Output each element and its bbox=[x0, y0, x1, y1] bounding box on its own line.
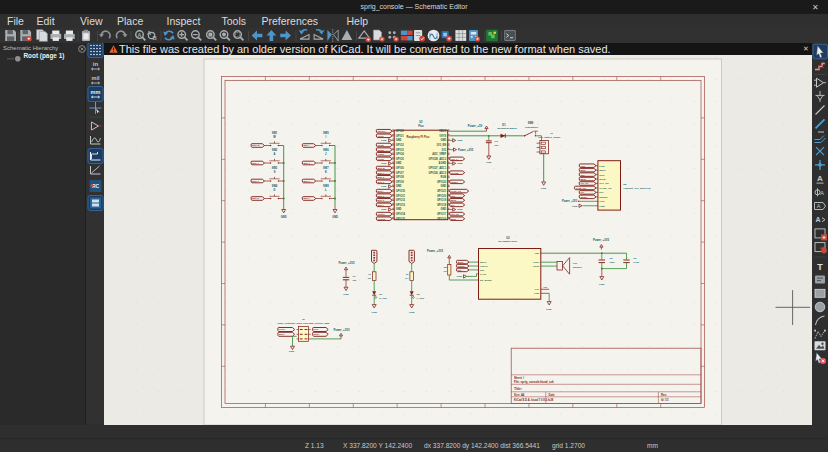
svg-text:MOSI: MOSI bbox=[451, 199, 457, 201]
svg-text:SCK: SCK bbox=[599, 174, 604, 177]
svg-text:RESET: RESET bbox=[599, 196, 608, 199]
svg-text:D/C: D/C bbox=[599, 191, 604, 194]
svg-text:SW8: SW8 bbox=[323, 184, 329, 188]
svg-text:Rev:: Rev: bbox=[661, 393, 667, 397]
svg-text:GPIO19: GPIO19 bbox=[437, 198, 447, 202]
svg-text:A: A bbox=[274, 152, 276, 156]
svg-text:GND: GND bbox=[440, 207, 446, 211]
svg-text:GND: GND bbox=[396, 184, 402, 188]
svg-text:GND: GND bbox=[534, 292, 539, 294]
svg-text:Adafruit_TFT_BUTTON: Adafruit_TFT_BUTTON bbox=[623, 187, 651, 190]
svg-text:GND: GND bbox=[409, 311, 415, 314]
svg-text:Power_+3V3: Power_+3V3 bbox=[339, 261, 355, 265]
svg-text:BCLK: BCLK bbox=[458, 261, 464, 263]
svg-text:AUDIO: AUDIO bbox=[378, 153, 385, 155]
svg-text:Date:: Date: bbox=[549, 393, 556, 397]
svg-text:GPIO3: GPIO3 bbox=[396, 148, 404, 152]
svg-text:SW3: SW3 bbox=[272, 166, 278, 170]
svg-text:A: A bbox=[820, 190, 824, 196]
svg-text:SW5: SW5 bbox=[323, 131, 329, 135]
svg-text:GND: GND bbox=[599, 205, 605, 208]
svg-text:SCK: SCK bbox=[451, 195, 456, 197]
svg-text:GPIO26: GPIO26 bbox=[451, 172, 459, 174]
svg-text:RESET: RESET bbox=[451, 181, 459, 183]
svg-text:ADC_VREF: ADC_VREF bbox=[432, 152, 446, 156]
svg-text:mil: mil bbox=[92, 75, 100, 81]
svg-text:OUTP: OUTP bbox=[533, 261, 540, 263]
svg-text:Speaker: Speaker bbox=[573, 266, 582, 268]
svg-text:0.1uF: 0.1uF bbox=[633, 261, 640, 263]
svg-text:T: T bbox=[817, 262, 823, 272]
svg-text:MISO: MISO bbox=[599, 169, 605, 172]
svg-text:K: K bbox=[325, 170, 327, 174]
svg-text:GPIO14: GPIO14 bbox=[396, 212, 406, 216]
svg-text:File: sprig_console.kicad_sch: File: sprig_console.kicad_sch bbox=[514, 380, 554, 384]
svg-text:TFT_CS: TFT_CS bbox=[599, 182, 609, 185]
svg-text:VDD: VDD bbox=[534, 252, 539, 254]
svg-text:Power_+5V: Power_+5V bbox=[468, 124, 483, 128]
svg-text:10uF: 10uF bbox=[610, 261, 616, 263]
svg-text:GND: GND bbox=[541, 187, 547, 190]
svg-text:GPIO18: GPIO18 bbox=[437, 203, 447, 207]
svg-text:GND: GND bbox=[457, 208, 463, 211]
svg-text:A: A bbox=[815, 216, 820, 223]
svg-text:LRCLK: LRCLK bbox=[458, 265, 465, 267]
svg-text:AGND: AGND bbox=[439, 161, 447, 165]
svg-text:GPIO4: GPIO4 bbox=[279, 328, 286, 330]
svg-text:GAIN: GAIN bbox=[480, 273, 486, 275]
svg-text:A: A bbox=[817, 174, 823, 183]
svg-text:SCK: SCK bbox=[314, 328, 319, 330]
svg-text:GPIO5: GPIO5 bbox=[396, 157, 404, 161]
svg-text:VCC: VCC bbox=[599, 200, 604, 203]
svg-text:SELECT: SELECT bbox=[378, 130, 387, 132]
svg-text:MOSI: MOSI bbox=[599, 178, 606, 181]
svg-text:GND: GND bbox=[381, 185, 387, 188]
svg-text:GPIO21: GPIO21 bbox=[437, 189, 447, 193]
svg-text:U2: U2 bbox=[506, 236, 510, 240]
svg-text:BCLK: BCLK bbox=[480, 261, 487, 263]
svg-text:GPIO1: GPIO1 bbox=[378, 135, 385, 137]
svg-text:LITE: LITE bbox=[580, 165, 585, 167]
svg-text:GND: GND bbox=[396, 207, 402, 211]
svg-text:GND: GND bbox=[396, 138, 402, 142]
svg-text:GND: GND bbox=[440, 138, 446, 142]
svg-text:DIN: DIN bbox=[458, 269, 462, 271]
svg-text:1uF: 1uF bbox=[353, 279, 358, 281]
svg-text:LITE: LITE bbox=[599, 165, 605, 168]
svg-text:GPIO28_ADC2: GPIO28_ADC2 bbox=[429, 157, 447, 161]
svg-text:GND: GND bbox=[546, 308, 552, 311]
svg-text:GND: GND bbox=[440, 184, 446, 188]
svg-text:GPIO11: GPIO11 bbox=[396, 194, 406, 198]
svg-text:GPIO13: GPIO13 bbox=[396, 203, 406, 207]
svg-text:GND: GND bbox=[457, 139, 463, 142]
svg-text:GND: GND bbox=[381, 208, 387, 211]
svg-text:SW9: SW9 bbox=[528, 121, 534, 125]
svg-text:1M: 1M bbox=[444, 266, 447, 268]
svg-text:SW4: SW4 bbox=[272, 184, 278, 188]
svg-text:GND: GND bbox=[599, 283, 605, 286]
svg-text:GPIO12: GPIO12 bbox=[396, 198, 406, 202]
svg-text:GND: GND bbox=[572, 205, 578, 208]
svg-text:GPIO22: GPIO22 bbox=[437, 180, 447, 184]
svg-text:GPIO2: GPIO2 bbox=[396, 143, 404, 147]
svg-text:Raspberry Pi Pico: Raspberry Pi Pico bbox=[407, 135, 430, 139]
svg-text:SW1: SW1 bbox=[272, 131, 278, 135]
svg-text:GPIO15: GPIO15 bbox=[378, 218, 386, 220]
svg-text:Slideswitch: Slideswitch bbox=[525, 126, 538, 128]
svg-text:KiCad E.D.A. kicad 7.0.9-3.fc: KiCad E.D.A. kicad 7.0.9-3.fc38 bbox=[514, 398, 554, 402]
svg-text:MISO: MISO bbox=[451, 218, 457, 220]
svg-text:OUTN: OUTN bbox=[533, 265, 540, 267]
svg-text:S: S bbox=[274, 170, 276, 174]
svg-text:RUN: RUN bbox=[441, 175, 447, 179]
svg-text:DIN: DIN bbox=[480, 269, 484, 271]
svg-text:A: A bbox=[138, 32, 142, 38]
svg-text:GND: GND bbox=[457, 162, 463, 165]
svg-text:GPIO10: GPIO10 bbox=[396, 189, 406, 193]
svg-text:GND: GND bbox=[343, 293, 349, 296]
svg-text:Power_+3V3: Power_+3V3 bbox=[562, 199, 578, 203]
svg-text:GPIO26_ADC0: GPIO26_ADC0 bbox=[429, 171, 447, 175]
svg-text:Title:: Title: bbox=[514, 387, 522, 391]
svg-text:GPIO4: GPIO4 bbox=[396, 152, 404, 156]
svg-text:GND: GND bbox=[332, 215, 338, 219]
svg-text:GPIO6: GPIO6 bbox=[396, 166, 404, 170]
